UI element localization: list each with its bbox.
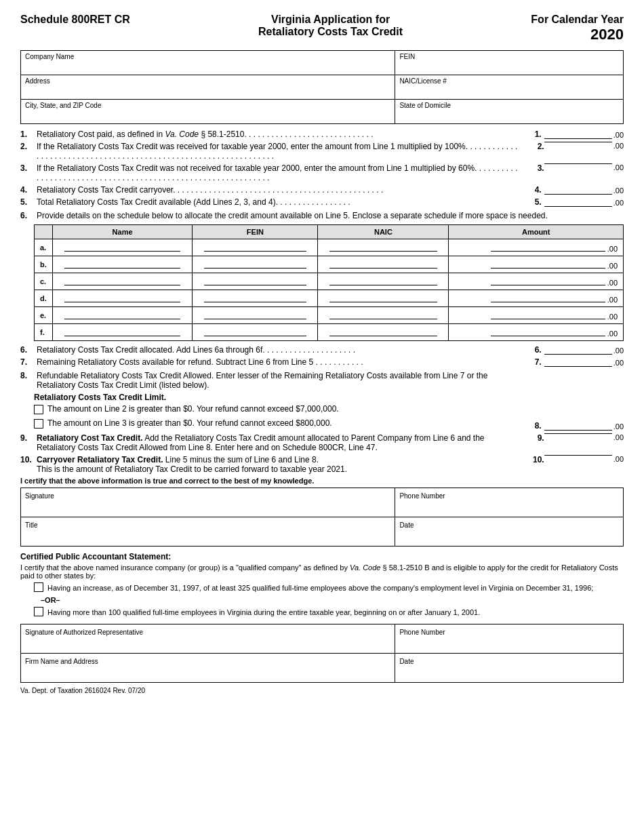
line-8-value[interactable] bbox=[544, 430, 612, 431]
row-e-naic[interactable] bbox=[318, 307, 449, 324]
row-a-label: a. bbox=[35, 239, 53, 256]
line-8: 8. Refundable Retaliatory Costs Tax Cred… bbox=[20, 371, 624, 390]
auth-firm-cell[interactable]: Firm Name and Address bbox=[21, 654, 395, 682]
auth-phone-cell[interactable]: Phone Number bbox=[395, 624, 623, 653]
line-8-section: 8. Refundable Retaliatory Costs Tax Cred… bbox=[20, 371, 624, 431]
line-10-value[interactable] bbox=[544, 455, 612, 456]
line-3: 3. If the Retaliatory Costs Tax Credit w… bbox=[20, 163, 624, 182]
row-a-naic[interactable] bbox=[318, 239, 449, 256]
line-2-value[interactable] bbox=[544, 142, 612, 142]
line-5-value[interactable] bbox=[544, 206, 612, 207]
line-9-value[interactable] bbox=[544, 433, 612, 434]
row-a-name[interactable] bbox=[52, 239, 193, 256]
line-9-num: 9. bbox=[20, 433, 34, 443]
row-b-name[interactable] bbox=[52, 256, 193, 273]
city-label: City, State, and ZIP Code bbox=[25, 102, 390, 109]
naic-cell[interactable]: NAIC/License # bbox=[395, 75, 623, 99]
checkbox-2-text: The amount on Line 3 is greater than $0.… bbox=[47, 418, 348, 428]
row-d-name[interactable] bbox=[52, 290, 193, 307]
row-c-naic[interactable] bbox=[318, 273, 449, 290]
line-1-value[interactable] bbox=[544, 138, 612, 139]
row-b-fein[interactable] bbox=[193, 256, 318, 273]
lines-6-7: 6. Retaliatory Costs Tax Credit allocate… bbox=[20, 345, 624, 367]
checkbox-1-box[interactable] bbox=[34, 405, 43, 414]
line-8-sublabel: Retaliatory Costs Tax Credit Limit. bbox=[34, 393, 166, 402]
line-9: 9. Retaliatory Cost Tax Credit. Add the … bbox=[20, 433, 624, 452]
auth-date-cell[interactable]: Date bbox=[395, 654, 623, 682]
address-cell[interactable]: Address bbox=[21, 75, 395, 99]
line-10: 10. Carryover Retaliatory Tax Credit. Li… bbox=[20, 455, 624, 474]
row-b-amount[interactable]: .00 bbox=[449, 256, 624, 273]
line-9-text: Retaliatory Cost Tax Credit. Add the Ret… bbox=[37, 433, 529, 452]
line-6-header: 6. Provide details on the schedule below… bbox=[20, 211, 624, 220]
row-c-fein[interactable] bbox=[193, 273, 318, 290]
line-4-text: Retaliatory Costs Tax Credit carryover. … bbox=[37, 185, 529, 195]
cpa-checkbox2[interactable]: Having more than 100 qualified full-time… bbox=[34, 606, 624, 618]
line-5-answer: 5. .00 bbox=[529, 197, 624, 207]
line-6a-value[interactable] bbox=[544, 354, 612, 355]
domicile-cell[interactable]: State of Domicile bbox=[395, 100, 623, 123]
row-d-amount[interactable]: .00 bbox=[449, 290, 624, 307]
line-4-answer: 4. .00 bbox=[529, 185, 624, 195]
row-f-amount[interactable]: .00 bbox=[449, 324, 624, 341]
row-e-name[interactable] bbox=[52, 307, 193, 324]
fein-cell[interactable]: FEIN bbox=[395, 51, 623, 75]
line-2-answer: 2. .00 bbox=[529, 142, 624, 151]
row-c-amount[interactable]: .00 bbox=[449, 273, 624, 290]
address-naic-row: Address NAIC/License # bbox=[21, 75, 623, 100]
row-e-amount[interactable]: .00 bbox=[449, 307, 624, 324]
line-8-answer-right: 8. .00 bbox=[529, 421, 624, 431]
line-8-checkbox1[interactable]: The amount on Line 2 is greater than $0.… bbox=[34, 404, 624, 414]
line-3-value[interactable] bbox=[544, 163, 612, 164]
city-cell[interactable]: City, State, and ZIP Code bbox=[21, 100, 395, 123]
phone-label: Phone Number bbox=[399, 492, 445, 500]
line-1: 1. Retaliatory Cost paid, as defined in … bbox=[20, 130, 624, 139]
line-8-num: 8. bbox=[20, 371, 34, 380]
title-cell[interactable]: Title bbox=[21, 517, 395, 546]
page-header: Schedule 800RET CR Virginia Application … bbox=[20, 14, 624, 43]
line-3-answer: 3. .00 bbox=[529, 163, 624, 173]
line-6-allocated: 6. Retaliatory Costs Tax Credit allocate… bbox=[20, 345, 624, 355]
row-e-label: e. bbox=[35, 307, 53, 324]
cpa-checkbox1-box[interactable] bbox=[34, 582, 43, 592]
table-row: e. .00 bbox=[35, 307, 624, 324]
row-a-fein[interactable] bbox=[193, 239, 318, 256]
row-d-naic[interactable] bbox=[318, 290, 449, 307]
line-7-text: Remaining Retaliatory Costs available fo… bbox=[37, 357, 529, 367]
line-3-num: 3. bbox=[20, 163, 34, 173]
checkbox-2-box[interactable] bbox=[34, 419, 43, 429]
auth-phone-label: Phone Number bbox=[399, 629, 445, 636]
line-10-num: 10. bbox=[20, 455, 34, 464]
city-domicile-row: City, State, and ZIP Code State of Domic… bbox=[21, 100, 623, 123]
line-10-text: Carryover Retaliatory Tax Credit. Line 5… bbox=[37, 455, 529, 474]
company-name-label: Company Name bbox=[25, 53, 390, 60]
cpa-checkbox1[interactable]: Having an increase, as of December 31, 1… bbox=[34, 582, 624, 594]
table-row: b. .00 bbox=[35, 256, 624, 273]
line-2-num: 2. bbox=[20, 142, 34, 151]
row-b-naic[interactable] bbox=[318, 256, 449, 273]
sig-label: Signature bbox=[25, 492, 54, 500]
cpa-text: I certify that the above named insurance… bbox=[20, 563, 624, 580]
row-d-fein[interactable] bbox=[193, 290, 318, 307]
line-7-value[interactable] bbox=[544, 366, 612, 367]
line-1-text: Retaliatory Cost paid, as defined in Va.… bbox=[37, 130, 529, 139]
date-cell[interactable]: Date bbox=[395, 517, 623, 546]
address-label: Address bbox=[25, 77, 390, 85]
row-f-label: f. bbox=[35, 324, 53, 341]
table-header-empty bbox=[35, 225, 53, 239]
row-d-label: d. bbox=[35, 290, 53, 307]
line-8-checkbox2[interactable]: The amount on Line 3 is greater than $0.… bbox=[34, 418, 529, 429]
cpa-checkbox2-box[interactable] bbox=[34, 607, 43, 616]
row-c-name[interactable] bbox=[52, 273, 193, 290]
row-f-name[interactable] bbox=[52, 324, 193, 341]
auth-sig-cell[interactable]: Signature of Authorized Representative bbox=[21, 624, 395, 653]
phone-cell[interactable]: Phone Number bbox=[395, 488, 623, 517]
row-f-naic[interactable] bbox=[318, 324, 449, 341]
row-a-amount[interactable]: .00 bbox=[449, 239, 624, 256]
row-f-fein[interactable] bbox=[193, 324, 318, 341]
line-4-value[interactable] bbox=[544, 194, 612, 195]
company-name-cell[interactable]: Company Name bbox=[21, 51, 395, 75]
sig-row-2: Title Date bbox=[21, 517, 623, 546]
sig-cell[interactable]: Signature bbox=[21, 488, 395, 517]
row-e-fein[interactable] bbox=[193, 307, 318, 324]
